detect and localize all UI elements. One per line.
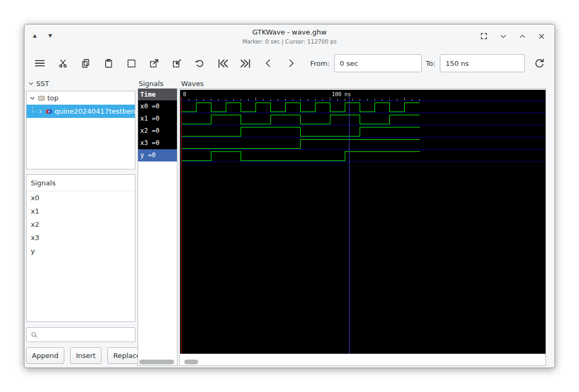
svg-text:100 ns: 100 ns (332, 91, 351, 97)
zoom-in-icon (149, 58, 160, 69)
to-end-icon (240, 57, 252, 70)
signal-row-x1[interactable]: x1 =0 (138, 113, 177, 125)
cut-icon (58, 58, 68, 69)
cut-button[interactable] (55, 55, 71, 71)
gtkwave-window: ▲ ▼ GTKWave - wave.ghw Marker: 0 sec | C… (24, 24, 555, 368)
sst-signal-item[interactable]: x2 (27, 218, 135, 231)
sst-signals-header: Signals (27, 175, 135, 191)
wave-canvas[interactable]: 0100 ns (180, 90, 546, 354)
paste-button[interactable] (100, 55, 116, 71)
sst-label: SST (36, 80, 49, 88)
signals-frame-label: Signals (139, 80, 164, 88)
sst-signals-panel: Signals x0x1x2x3y (26, 174, 135, 322)
zoom-fit-icon (126, 58, 137, 69)
toolbar: From: To: (24, 49, 555, 78)
waves-hscrollbar-thumb[interactable] (184, 360, 198, 364)
tree-item-testbench[interactable]: quine20240417testbench (27, 105, 135, 118)
menu-icon (34, 57, 46, 69)
sst-buttons: Append Insert Replace (26, 347, 147, 364)
sst-signal-item[interactable]: y (27, 244, 135, 258)
titlebar: ▲ ▼ GTKWave - wave.ghw Marker: 0 sec | C… (24, 24, 555, 49)
nav-up-arrow[interactable]: ▲ (33, 32, 37, 39)
reload-button[interactable] (531, 55, 547, 71)
maximize-button[interactable] (517, 31, 527, 41)
expander-down-icon[interactable] (29, 95, 36, 102)
undo-icon (194, 58, 205, 69)
waves-hscrollbar[interactable] (183, 360, 544, 364)
signals-hscrollbar-thumb[interactable] (139, 360, 174, 364)
expander-right-icon[interactable] (37, 108, 44, 115)
main-content: SST top quine20240417testbench Signals x… (24, 78, 555, 368)
from-label: From: (310, 59, 330, 67)
signal-name-rows: Time x0 =0x1 =0x2 =0x3 =0y =0 (138, 89, 177, 161)
sst-tree: top quine20240417testbench (26, 91, 135, 169)
module-icon (38, 95, 45, 102)
zoom-fit-button[interactable] (123, 55, 139, 71)
copy-icon (81, 58, 91, 69)
search-box (26, 327, 135, 342)
to-input[interactable] (440, 54, 525, 72)
signal-row-y[interactable]: y =0 (138, 149, 177, 161)
insert-button[interactable]: Insert (70, 347, 101, 364)
signal-row-x0[interactable]: x0 =0 (138, 100, 177, 113)
to-start-icon (217, 57, 229, 70)
fit-window-button[interactable] (479, 31, 489, 41)
tree-item-top[interactable]: top (27, 91, 135, 105)
from-input[interactable] (334, 54, 422, 72)
to-end-button[interactable] (237, 55, 253, 71)
to-label: To: (426, 59, 436, 67)
tree-item-label: top (47, 94, 58, 102)
sst-signal-item[interactable]: x1 (27, 204, 135, 218)
sst-signal-item[interactable]: x3 (27, 231, 135, 244)
prev-edge-button[interactable] (260, 55, 276, 71)
chevron-left-icon (263, 58, 274, 69)
reload-icon (534, 58, 545, 69)
tree-connector (32, 106, 36, 112)
copy-button[interactable] (78, 55, 93, 71)
testbench-icon (45, 108, 53, 115)
window-title: GTKWave - wave.ghw (104, 28, 475, 36)
waves-frame: 0100 ns (179, 88, 546, 366)
sst-signal-item[interactable]: x0 (27, 191, 135, 204)
signals-hscrollbar[interactable] (138, 360, 176, 364)
menu-button[interactable] (32, 55, 48, 71)
paste-icon (104, 58, 114, 69)
zoom-out-icon (172, 58, 183, 69)
waves-frame-label: Waves (181, 80, 203, 88)
sst-expander[interactable]: SST (28, 80, 49, 88)
time-header[interactable]: Time (138, 89, 177, 100)
zoom-out-button[interactable] (169, 55, 185, 71)
search-icon (30, 331, 38, 339)
signal-row-x2[interactable]: x2 =0 (138, 125, 177, 137)
svg-text:0: 0 (183, 91, 186, 97)
next-edge-button[interactable] (283, 55, 299, 71)
signal-row-x3[interactable]: x3 =0 (138, 137, 177, 149)
sst-signal-list: x0x1x2x3y (27, 191, 135, 258)
minimize-button[interactable] (498, 31, 508, 41)
signals-frame: Time x0 =0x1 =0x2 =0x3 =0y =0 (138, 88, 177, 366)
zoom-undo-button[interactable] (192, 55, 208, 71)
wave-display: 0100 ns (180, 90, 546, 354)
marker-cursor-status: Marker: 0 sec | Cursor: 112700 ps (104, 38, 475, 45)
nav-down-arrow[interactable]: ▼ (48, 32, 52, 39)
chevron-right-icon (286, 58, 296, 69)
append-button[interactable]: Append (26, 347, 64, 364)
search-input[interactable] (41, 329, 135, 340)
chevron-down-icon (28, 80, 35, 87)
zoom-in-button[interactable] (146, 55, 162, 71)
to-start-button[interactable] (215, 55, 231, 71)
close-button[interactable] (537, 31, 546, 41)
tree-item-label: quine20240417testbench (55, 107, 135, 115)
